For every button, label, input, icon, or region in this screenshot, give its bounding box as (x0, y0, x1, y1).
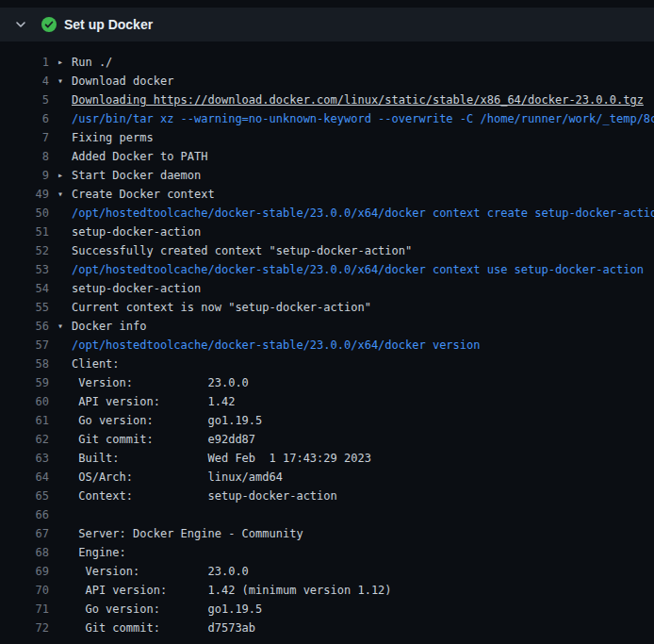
line-number-link[interactable]: 9 (0, 166, 49, 185)
log-line: 53/opt/hostedtoolcache/docker-stable/23.… (0, 260, 654, 279)
indent-spacer (49, 109, 72, 128)
log-line: 61 Go version: go1.19.5 (0, 411, 654, 430)
line-number-link[interactable]: 63 (0, 449, 49, 468)
log-text: Built: Wed Feb 1 17:43:29 2023 (72, 449, 371, 468)
group-expand-icon[interactable]: ▸ (49, 53, 72, 72)
log-line: 51setup-docker-action (0, 223, 654, 241)
log-line: 62 Git commit: e92dd87 (0, 430, 654, 449)
log-text: setup-docker-action (72, 223, 201, 241)
log-line: 68 Engine: (0, 543, 654, 562)
line-number-link[interactable]: 71 (0, 600, 49, 619)
log-line: 6/usr/bin/tar xz --warning=no-unknown-ke… (0, 109, 654, 128)
log-line: 4▾Download docker (0, 72, 654, 91)
line-number-link[interactable]: 61 (0, 411, 49, 430)
log-line: 52Successfully created context "setup-do… (0, 241, 654, 260)
line-number-link[interactable]: 70 (0, 581, 49, 600)
log-line: 56▾Docker info (0, 317, 654, 336)
log-line: 54setup-docker-action (0, 279, 654, 298)
log-line: 70 API version: 1.42 (minimum version 1.… (0, 581, 654, 600)
indent-spacer (49, 468, 72, 487)
line-number-link[interactable]: 69 (0, 562, 49, 581)
line-number-link[interactable]: 49 (0, 185, 49, 204)
indent-spacer (49, 392, 72, 411)
log-text[interactable]: Downloading https://download.docker.com/… (72, 91, 644, 109)
group-expand-icon[interactable]: ▸ (49, 166, 72, 185)
log-line: 50/opt/hostedtoolcache/docker-stable/23.… (0, 204, 654, 223)
log-text: /opt/hostedtoolcache/docker-stable/23.0.… (72, 336, 480, 355)
line-number-link[interactable]: 8 (0, 147, 49, 166)
log-line: 64 OS/Arch: linux/amd64 (0, 468, 654, 487)
line-number-link[interactable]: 56 (0, 317, 49, 336)
log-line: 7Fixing perms (0, 128, 654, 147)
actions-log-viewer: { "header": { "title": "Set up Docker" }… (0, 0, 654, 644)
log-line: 71 Go version: go1.19.5 (0, 600, 654, 619)
line-number-link[interactable]: 65 (0, 487, 49, 505)
line-number-link[interactable]: 58 (0, 355, 49, 373)
log-line: 1▸Run ./ (0, 53, 654, 72)
log-text: Go version: go1.19.5 (72, 600, 262, 619)
log-text: Create Docker context (72, 185, 215, 204)
line-number-link[interactable]: 52 (0, 241, 49, 260)
indent-spacer (49, 430, 72, 449)
group-collapse-icon[interactable]: ▾ (49, 72, 72, 91)
indent-spacer (49, 204, 72, 223)
log-line: 69 Version: 23.0.0 (0, 562, 654, 581)
log-text: Server: Docker Engine - Community (72, 524, 303, 543)
check-circle-icon (41, 17, 57, 32)
line-number-link[interactable]: 1 (0, 53, 49, 72)
step-title: Set up Docker (64, 17, 153, 32)
line-number-link[interactable]: 66 (0, 505, 49, 524)
indent-spacer (49, 543, 72, 562)
line-number-link[interactable]: 51 (0, 223, 49, 241)
line-number-link[interactable]: 53 (0, 260, 49, 279)
line-number-link[interactable]: 59 (0, 373, 49, 392)
indent-spacer (49, 223, 72, 241)
line-number-link[interactable]: 4 (0, 72, 49, 91)
log-text: API version: 1.42 (72, 392, 235, 411)
log-line: 65 Context: setup-docker-action (0, 487, 654, 505)
step-header[interactable]: Set up Docker (0, 8, 654, 41)
log-line: 63 Built: Wed Feb 1 17:43:29 2023 (0, 449, 654, 468)
log-text: Version: 23.0.0 (72, 562, 249, 581)
line-number-link[interactable]: 5 (0, 91, 49, 109)
line-number-link[interactable]: 7 (0, 128, 49, 147)
indent-spacer (49, 581, 72, 600)
log-text: Git commit: d7573ab (72, 619, 255, 637)
line-number-link[interactable]: 64 (0, 468, 49, 487)
top-gap (0, 0, 654, 8)
log-line: 5Downloading https://download.docker.com… (0, 91, 654, 109)
line-number-link[interactable]: 72 (0, 619, 49, 637)
indent-spacer (49, 260, 72, 279)
indent-spacer (49, 298, 72, 317)
log-text: Added Docker to PATH (72, 147, 208, 166)
log-text: Download docker (72, 72, 173, 91)
line-number-link[interactable]: 67 (0, 524, 49, 543)
log-text: Current context is now "setup-docker-act… (72, 298, 371, 317)
log-text: /opt/hostedtoolcache/docker-stable/23.0.… (72, 204, 654, 223)
log-text: Client: (72, 355, 120, 373)
log-line: 8Added Docker to PATH (0, 147, 654, 166)
log-line: 67 Server: Docker Engine - Community (0, 524, 654, 543)
group-collapse-icon[interactable]: ▾ (49, 317, 72, 336)
indent-spacer (49, 336, 72, 355)
log-line: 57/opt/hostedtoolcache/docker-stable/23.… (0, 336, 654, 355)
chevron-down-icon[interactable] (13, 17, 28, 32)
line-number-link[interactable]: 60 (0, 392, 49, 411)
log-text: OS/Arch: linux/amd64 (72, 468, 283, 487)
log-text: Context: setup-docker-action (72, 487, 337, 505)
log-line: 49▾Create Docker context (0, 185, 654, 204)
group-collapse-icon[interactable]: ▾ (49, 185, 72, 204)
log-text: Version: 23.0.0 (72, 373, 249, 392)
line-number-link[interactable]: 50 (0, 204, 49, 223)
line-number-link[interactable]: 55 (0, 298, 49, 317)
log-text: Engine: (72, 543, 126, 562)
log-text: API version: 1.42 (minimum version 1.12) (72, 581, 392, 600)
indent-spacer (49, 91, 72, 109)
log-line: 55Current context is now "setup-docker-a… (0, 298, 654, 317)
line-number-link[interactable]: 57 (0, 336, 49, 355)
line-number-link[interactable]: 54 (0, 279, 49, 298)
line-number-link[interactable]: 68 (0, 543, 49, 562)
line-number-link[interactable]: 6 (0, 109, 49, 128)
line-number-link[interactable]: 62 (0, 430, 49, 449)
log-text: Start Docker daemon (72, 166, 201, 185)
